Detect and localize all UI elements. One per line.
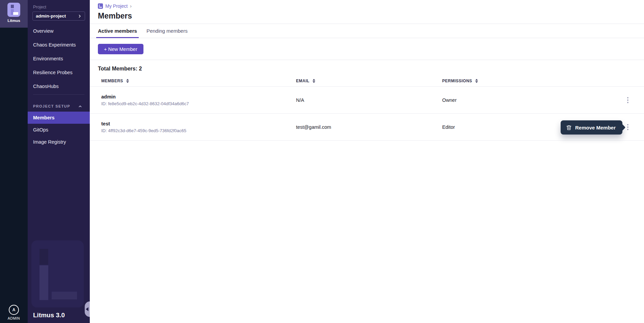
sidebar-item-gitops[interactable]: GitOps — [28, 124, 90, 136]
brand-block: Litmus — [0, 0, 28, 28]
app-root: Litmus A ADMIN Project admin-project Ove… — [0, 0, 644, 323]
brand-label: Litmus — [7, 19, 20, 23]
sidebar: Project admin-project Overview Chaos Exp… — [28, 0, 90, 323]
user-role-label: ADMIN — [8, 316, 20, 320]
sidebar-item-environments[interactable]: Environments — [28, 52, 90, 65]
sidebar-collapse-handle[interactable] — [85, 301, 90, 317]
total-members-label: Total Members: 2 — [90, 60, 644, 74]
breadcrumb-project-link[interactable]: My Project — [105, 3, 128, 9]
sidebar-item-image-registry[interactable]: Image Registry — [28, 136, 90, 148]
member-email: test@gamil.com — [296, 124, 442, 130]
project-setup-label: PROJECT SETUP — [33, 104, 70, 108]
row-actions-kebab-icon[interactable] — [626, 123, 630, 131]
chevron-separator-icon: › — [130, 3, 132, 9]
member-id: ID: 4ff92c3d-d6e7-459c-9ed5-736fd2f0ac65 — [101, 128, 296, 133]
member-email: N/A — [296, 97, 442, 103]
sidebar-item-resilience-probes[interactable]: Resilience Probes — [28, 65, 90, 79]
table-header-row: MEMBERS EMAIL PERMISSIONS — [90, 75, 644, 87]
member-name: admin — [101, 94, 296, 99]
breadcrumb: My Project › — [98, 3, 636, 9]
page-title: Members — [98, 11, 636, 21]
chevron-up-icon — [78, 104, 82, 109]
user-block: A ADMIN — [0, 305, 28, 320]
project-setup-section-toggle[interactable]: PROJECT SETUP — [28, 103, 90, 110]
sidebar-nav: Overview Chaos Experiments Environments … — [28, 24, 90, 93]
remove-member-menu[interactable]: Remove Member — [561, 120, 622, 135]
left-rail: Litmus A ADMIN — [0, 0, 28, 323]
project-label: Project — [33, 5, 90, 9]
member-permission: Owner — [442, 97, 620, 103]
new-member-button[interactable]: + New Member — [98, 44, 143, 54]
litmus-logo-icon — [7, 3, 20, 17]
sidebar-divider — [33, 94, 84, 95]
sort-icon[interactable] — [475, 79, 478, 83]
sidebar-item-chaoshubs[interactable]: ChaosHubs — [28, 79, 90, 93]
sidebar-item-chaos-experiments[interactable]: Chaos Experiments — [28, 38, 90, 52]
table-row-admin: admin ID: fe8e5cd9-eb2c-4d32-8632-04df34… — [90, 87, 644, 114]
chevron-right-icon — [78, 14, 82, 18]
project-logo-icon — [98, 3, 103, 9]
column-header-members: MEMBERS — [101, 79, 296, 83]
sort-icon[interactable] — [126, 79, 129, 83]
row-actions-kebab-icon[interactable] — [626, 96, 630, 105]
tab-bar: Active members Pending members — [90, 24, 644, 38]
project-setup-nav: Members GitOps Image Registry — [28, 112, 90, 148]
sort-icon[interactable] — [313, 79, 315, 83]
sidebar-item-overview[interactable]: Overview — [28, 24, 90, 38]
toolbar: + New Member — [90, 38, 644, 60]
tab-pending-members[interactable]: Pending members — [146, 24, 188, 38]
member-name: test — [101, 121, 296, 126]
page-header: My Project › Members — [90, 0, 644, 24]
column-header-email: EMAIL — [296, 79, 442, 83]
trash-icon — [566, 125, 572, 130]
triangle-left-icon — [86, 307, 88, 311]
main-content: My Project › Members Active members Pend… — [90, 0, 644, 323]
user-avatar[interactable]: A — [9, 305, 19, 315]
litmus-watermark-logo — [31, 240, 84, 307]
tab-active-members[interactable]: Active members — [98, 24, 137, 38]
project-selector[interactable]: admin-project — [32, 11, 85, 21]
version-label: Litmus 3.0 — [33, 312, 65, 319]
sidebar-item-members[interactable]: Members — [28, 112, 90, 124]
remove-member-label: Remove Member — [575, 125, 616, 130]
member-id: ID: fe8e5cd9-eb2c-4d32-8632-04df34a6d6c7 — [101, 101, 296, 106]
project-selector-value: admin-project — [36, 13, 66, 19]
column-header-permissions: PERMISSIONS — [442, 79, 620, 83]
